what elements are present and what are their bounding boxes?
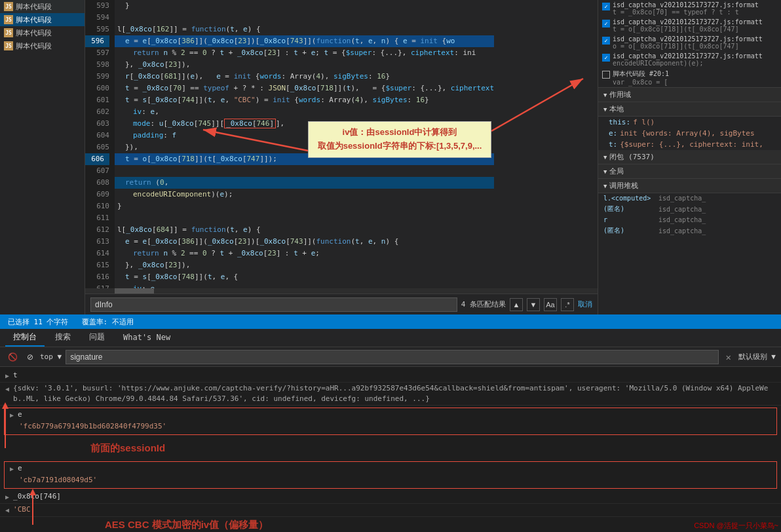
session-id-annotation: 前面的sessionId (0, 437, 781, 459)
csdn-watermark: CSDN @活捉一只小菜鸟~ (694, 521, 778, 531)
tab-problems[interactable]: 问题 (81, 329, 113, 347)
code-line-615: }, _0x8co[23]), (115, 259, 494, 271)
clear-console-btn[interactable]: 🚫 (5, 351, 20, 363)
scrollbar-thumb[interactable] (115, 288, 154, 294)
console-e1-label: ▶ e (10, 409, 771, 421)
left-panel: JS 脚本代码段 JS 脚本代码段 JS 脚本代码段 JS 脚本代码段 (0, 0, 85, 314)
bp-item-2: ✓ isd_captcha_v20210125173727.js:formatt… (598, 17, 781, 34)
search-results: 4 条匹配结果 (461, 299, 506, 309)
console-output: ▶ t ◀ {sdkv: '3.0.1', busurl: 'https://w… (0, 367, 781, 532)
code-line-600: t = _0x8co[70] == typeof + ? * : JSON[_0… (115, 83, 494, 94)
sidebar-script-label: 脚本代码段 (16, 2, 52, 12)
regex-btn[interactable]: .* (561, 298, 574, 311)
session-id-label: 前面的sessionId (90, 442, 165, 455)
code-line-617: iv: e, (115, 283, 494, 288)
scope-e: e: init {words: Array(4), sigBytes (598, 128, 781, 139)
console-filter-input[interactable] (66, 350, 719, 364)
bp-item-4: ✓ isd_captcha_v20210125173727.js:formatt… (598, 51, 781, 68)
console-e2-value: 'cb7a7191d08049d5' (10, 475, 771, 487)
top-dropdown-label: top ▼ (40, 352, 62, 361)
script-icon3: JS (4, 41, 13, 50)
console-line-object[interactable]: ◀ {sdkv: '3.0.1', busurl: 'https://www.a… (0, 383, 781, 406)
tab-search[interactable]: 搜索 (47, 329, 79, 347)
bp-checkbox-1[interactable]: ✓ (602, 3, 610, 10)
match-case-btn[interactable]: Aa (544, 298, 557, 311)
callstack-item-4: (匿名) isd_captcha_ (598, 225, 781, 237)
code-line-601: t = s[_0x8co[744]](t, e, "CBC") = init {… (115, 94, 494, 106)
stop-btn[interactable]: ⊘ (24, 351, 36, 363)
breakpoints-section: ✓ isd_captcha_v20210125173727.js:formatt… (598, 0, 781, 88)
filter-clear-btn[interactable]: ✕ (723, 351, 734, 363)
code-lines: } l[_0x8co[162]] = function(t, e) { e = … (115, 0, 494, 288)
code-line-613: e = e[_0x8co[386]](_0x8co[23])[_0x8co[74… (115, 236, 494, 248)
search-cancel-btn[interactable]: 取消 (578, 299, 592, 309)
bottom-panel: 控制台 搜索 问题 What's New 🚫 ⊘ top ▼ ✕ 默认级别 ▼ … (0, 329, 781, 532)
scope-header-diaoyong[interactable]: 调用堆栈 (598, 179, 781, 193)
sidebar-item-script-active[interactable]: JS 脚本代码段 (0, 13, 85, 26)
console-e2-label: ▶ e (10, 463, 771, 475)
code-line-610: } (115, 200, 494, 212)
code-line-595: l[_0x8co[162]] = function(t, e) { (115, 24, 494, 35)
script-icon: JS (4, 2, 13, 11)
svg-line-1 (491, 79, 583, 131)
console-line-0x8co746: ▶ _0x8co[746] (0, 491, 781, 504)
status-bar: 已选择 11 个字符 覆盖率: 不适用 (0, 314, 781, 329)
aes-label: AES CBC 模式加密的iv值（偏移量） (105, 519, 268, 531)
code-line-599: r[_0x8co[681]](e), e = init {words: Arra… (115, 71, 494, 83)
code-line-612: l[_0x8co[684]] = function(t, e) { (115, 224, 494, 236)
code-line-614: return n % 2 == 0 ? t + _0x8co[23] : t +… (115, 248, 494, 259)
console-line-e2-boxed: ▶ e 'cb7a7191d08049d5' (4, 461, 777, 489)
code-line-597: return n % 2 == 0 ? t + _0x8co[23] : t +… (115, 47, 494, 59)
console-e1-value: 'fc6b779a679149b1bd602840f4799d35' (10, 421, 771, 433)
editor-area: JS 脚本代码段 JS 脚本代码段 JS 脚本代码段 JS 脚本代码段 593 … (0, 0, 781, 314)
sidebar-item-script2[interactable]: JS 脚本代码段 (0, 26, 85, 39)
bp-checkbox-5[interactable] (602, 71, 610, 79)
scope-header-quanju[interactable]: 全局 (598, 164, 781, 179)
bp-checkbox-4[interactable]: ✓ (602, 54, 610, 62)
selected-chars: 已选择 11 个字符 (8, 317, 69, 327)
script-icon2: JS (4, 28, 13, 37)
console-line-cbc: ◀ 'CBC' (0, 504, 781, 517)
search-next-btn[interactable]: ▼ (527, 298, 540, 311)
code-line-607 (115, 165, 494, 177)
script-icon-active: JS (4, 15, 13, 24)
log-level-dropdown[interactable]: 默认级别 ▼ (738, 352, 776, 362)
bp-item-3: ✓ isd_captcha_v20210125173727.js:formatt… (598, 34, 781, 51)
console-line-e1-boxed: ▶ e 'fc6b779a679149b1bd602840f4799d35' (4, 408, 777, 435)
bp-checkbox-2[interactable]: ✓ (602, 20, 610, 28)
scope-header-zuoyongyu[interactable]: 作用域 (598, 88, 781, 102)
sidebar-script-active-label: 脚本代码段 (16, 15, 52, 25)
bp-item-5: 脚本代码段 #20:1var _0x8co = [ (598, 68, 781, 87)
aes-annotation: AES CBC 模式加密的iv值（偏移量） (0, 517, 781, 532)
bp-checkbox-3[interactable]: ✓ (602, 37, 610, 45)
tab-whatsnew[interactable]: What's New (115, 330, 178, 346)
code-line-598: }, _0x8co[23]), (115, 59, 494, 71)
search-bar: 4 条匹配结果 ▲ ▼ Aa .* 取消 (85, 294, 598, 314)
sidebar-item-script3[interactable]: JS 脚本代码段 (0, 39, 85, 52)
aes-arrow-svg (33, 518, 98, 531)
bottom-tabs: 控制台 搜索 问题 What's New (0, 329, 781, 347)
console-line-t-label: ▶ t (0, 370, 781, 383)
code-line-594 (115, 12, 494, 24)
console-toolbar: 🚫 ⊘ top ▼ ✕ 默认级别 ▼ (0, 347, 781, 367)
code-editor: 593 594 595 596 597 598 599 600 601 602 … (85, 0, 598, 288)
code-line-603: mode: u[_0x8co[745]][_0x8co[746]], (115, 118, 494, 130)
callstack-item-2: (匿名) isd_captcha_ (598, 203, 781, 215)
scope-header-bibao[interactable]: 闭包 (7537) (598, 150, 781, 164)
session-arrow-svg (5, 438, 84, 458)
horizontal-scrollbar[interactable] (85, 288, 598, 294)
sidebar-item-script-snippets: JS 脚本代码段 (0, 0, 85, 13)
callstack-item-3: r isd_captcha_ (598, 215, 781, 225)
code-line-608: return (0, (115, 177, 494, 189)
code-line-606: t = o[_0x8co[718]](t[_0x8co[747]]); (115, 153, 494, 165)
scope-header-bendi[interactable]: 本地 (598, 102, 781, 117)
sidebar-script3-label: 脚本代码段 (16, 41, 52, 51)
code-line-593: } (115, 0, 494, 12)
search-input[interactable] (90, 297, 457, 312)
tab-console[interactable]: 控制台 (5, 329, 45, 347)
code-line-604: padding: f (115, 130, 494, 142)
right-panel: ✓ isd_captcha_v20210125173727.js:formatt… (598, 0, 781, 314)
search-prev-btn[interactable]: ▲ (510, 298, 523, 311)
code-line-605: }), (115, 142, 494, 153)
code-line-616: t = s[_0x8co[748]](t, e, { (115, 271, 494, 283)
